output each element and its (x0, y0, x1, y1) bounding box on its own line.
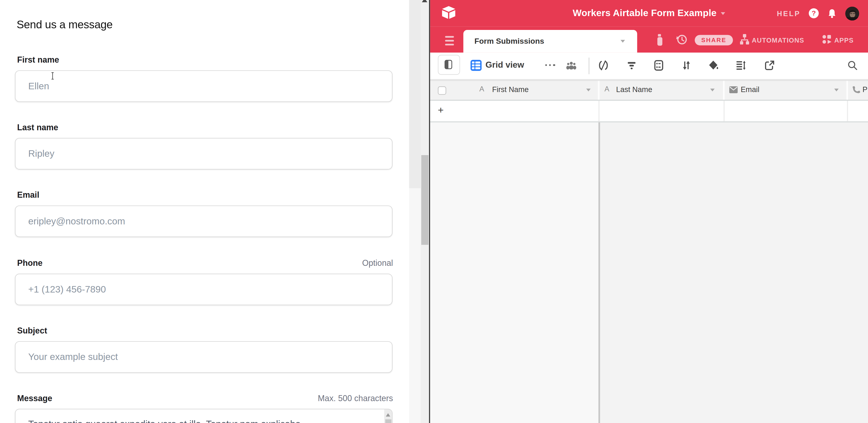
row-height-icon[interactable] (735, 60, 746, 71)
sidebar-toggle-button[interactable] (438, 55, 460, 75)
email-input[interactable]: eripley@nostromo.com (15, 206, 392, 237)
gutter-strip-lower (409, 188, 421, 423)
first-name-placeholder: Ellen (28, 81, 49, 92)
apps-icon[interactable] (822, 34, 832, 44)
automations-button[interactable]: AUTOMATIONS (752, 36, 804, 44)
row-cell-separator (847, 100, 848, 121)
phone-input[interactable]: +1 (123) 456-7890 (15, 274, 392, 305)
page-scroll-up-icon[interactable] (422, 0, 427, 2)
first-name-label: First name (17, 55, 59, 64)
gutter-strip (409, 0, 421, 188)
page-scrollbar-thumb[interactable] (421, 155, 428, 245)
row-cell-separator (598, 100, 599, 121)
view-options-icon[interactable] (545, 64, 555, 66)
text-field-icon: A (604, 85, 609, 93)
last-name-label: Last name (17, 122, 58, 132)
grid-view-icon[interactable] (471, 60, 482, 71)
add-record-icon[interactable]: + (438, 104, 444, 116)
email-field-icon (729, 86, 738, 93)
column-email[interactable]: Email (741, 85, 759, 94)
history-icon[interactable] (676, 34, 688, 46)
select-all-checkbox[interactable] (438, 86, 446, 94)
apps-button[interactable]: APPS (834, 36, 854, 44)
form-title: Send us a message (17, 18, 113, 31)
filter-icon[interactable] (626, 60, 637, 71)
first-name-input[interactable]: Ellen (15, 70, 392, 102)
last-name-placeholder: Ripley (28, 148, 55, 159)
table-caret-icon[interactable] (621, 39, 625, 42)
automations-icon[interactable] (740, 34, 749, 45)
text-field-icon: A (479, 85, 484, 93)
message-scrollbar[interactable] (384, 410, 392, 423)
help-button[interactable]: HELP (777, 9, 801, 18)
column-separator[interactable] (723, 81, 724, 99)
message-max-note: Max. 500 characters (318, 393, 393, 403)
bell-icon[interactable] (827, 8, 837, 19)
column-caret-icon[interactable] (834, 88, 839, 91)
trash-icon[interactable] (655, 34, 664, 46)
message-scroll-thumb[interactable] (385, 419, 391, 423)
subject-placeholder: Your example subject (28, 352, 118, 362)
menu-icon[interactable] (445, 36, 454, 47)
base-title[interactable]: Workers Airtable Form Example (573, 8, 717, 19)
column-separator[interactable] (598, 81, 599, 99)
color-icon[interactable] (708, 60, 719, 71)
grid-empty-area (430, 122, 598, 423)
column-last-name[interactable]: Last Name (616, 85, 652, 94)
add-record-row[interactable]: + (430, 100, 868, 122)
question-icon[interactable]: ? (809, 8, 818, 18)
screen: Send us a message First name Ellen Last … (0, 0, 868, 423)
collaborators-icon[interactable] (566, 60, 577, 71)
last-name-input[interactable]: Ripley (15, 138, 392, 170)
message-label: Message (17, 393, 53, 403)
phone-label: Phone (17, 258, 42, 268)
column-caret-icon[interactable] (586, 88, 591, 91)
sidebar-toggle-icon (444, 60, 453, 69)
group-icon[interactable] (653, 60, 664, 71)
column-phone[interactable]: P (863, 85, 868, 94)
view-name[interactable]: Grid view (486, 60, 524, 70)
message-textarea[interactable]: Tenetur optio quaerat expedita vero et i… (15, 409, 392, 423)
text-cursor-icon (50, 72, 55, 80)
message-text: Tenetur optio quaerat expedita vero et i… (28, 419, 301, 423)
active-table-name: Form Submissions (474, 36, 544, 46)
hide-fields-icon[interactable] (598, 60, 609, 71)
search-icon[interactable] (847, 60, 858, 70)
share-label: SHARE (701, 37, 726, 43)
phone-optional-note: Optional (362, 258, 393, 268)
phone-field-icon (852, 85, 860, 94)
tab-form-submissions[interactable]: Form Submissions (463, 30, 637, 53)
base-title-caret-icon[interactable] (721, 12, 725, 15)
airtable-pane: Workers Airtable Form Example HELP ? (430, 0, 868, 423)
scroll-up-icon[interactable] (386, 413, 390, 417)
toolbar-divider (589, 58, 589, 74)
share-view-icon[interactable] (764, 60, 775, 71)
column-separator[interactable] (846, 81, 848, 99)
share-button[interactable]: SHARE (695, 34, 733, 46)
subject-label: Subject (17, 326, 47, 335)
grid-header-row: A First Name A Last Name Email P (430, 80, 868, 100)
row-cell-separator (723, 100, 724, 121)
subject-input[interactable]: Your example subject (15, 341, 392, 373)
email-placeholder: eripley@nostromo.com (28, 216, 125, 227)
view-toolbar: Grid view (430, 53, 868, 80)
column-first-name[interactable]: First Name (492, 85, 529, 94)
sort-icon[interactable] (681, 60, 692, 71)
contact-form-pane: Send us a message First name Ellen Last … (0, 0, 409, 423)
top-bar-actions: HELP ? (777, 0, 859, 27)
avatar[interactable] (845, 6, 859, 20)
phone-placeholder: +1 (123) 456-7890 (28, 284, 106, 295)
email-label: Email (17, 190, 39, 200)
column-caret-icon[interactable] (710, 88, 715, 91)
grid-column-separator (598, 122, 600, 423)
